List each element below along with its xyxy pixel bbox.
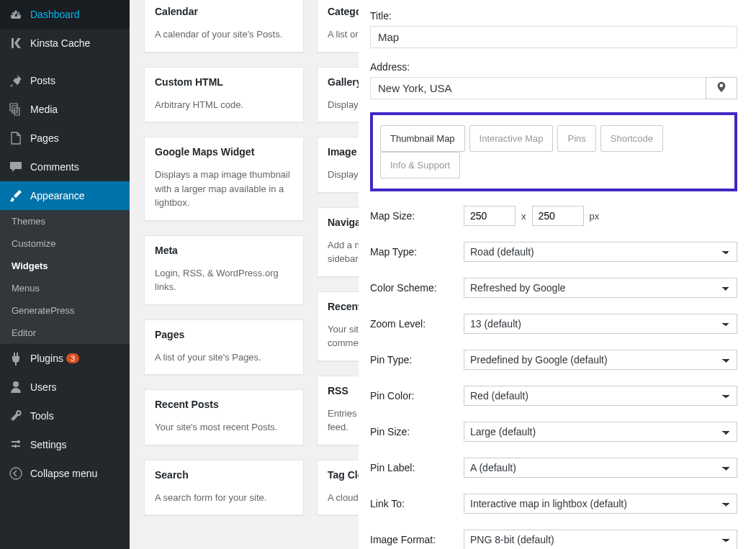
submenu-customize[interactable]: Customize xyxy=(0,232,130,255)
media-icon xyxy=(9,102,23,117)
dashboard-icon xyxy=(9,7,23,22)
sidebar-item-label: Kinsta Cache xyxy=(30,37,90,49)
wrench-icon xyxy=(9,409,23,423)
map-width-input[interactable] xyxy=(464,206,516,226)
submenu-editor[interactable]: Editor xyxy=(0,322,130,344)
config-row-label: Color Scheme: xyxy=(370,282,464,294)
config-row-label: Link To: xyxy=(370,498,464,509)
sidebar-item-label: Settings xyxy=(30,439,67,450)
config-select[interactable]: Interactive map in lightbox (default) xyxy=(464,494,737,514)
widget-title: Pages xyxy=(145,320,303,349)
map-height-input[interactable] xyxy=(532,206,584,226)
user-icon xyxy=(9,380,23,394)
sidebar-item-users[interactable]: Users xyxy=(0,373,130,401)
comment-icon xyxy=(9,160,23,174)
config-select[interactable]: Large (default) xyxy=(464,422,737,442)
widget-title: Meta xyxy=(145,236,303,265)
widget-title: Custom HTML xyxy=(145,68,303,96)
config-row-label: Image Format: xyxy=(370,534,464,545)
sidebar-item-appearance[interactable]: Appearance xyxy=(0,181,130,210)
title-input[interactable] xyxy=(370,26,737,48)
config-select[interactable]: Road (default) xyxy=(464,242,737,262)
config-row: Image Format:PNG 8-bit (default) xyxy=(370,530,737,549)
widget-card[interactable]: CalendarA calendar of your site's Posts. xyxy=(144,0,304,53)
map-size-label: Map Size: xyxy=(370,210,464,222)
config-row: Zoom Level:13 (default) xyxy=(370,314,737,334)
page-icon xyxy=(9,131,23,145)
kinsta-icon xyxy=(9,36,23,50)
config-select[interactable]: PNG 8-bit (default) xyxy=(464,530,737,549)
submenu-menus[interactable]: Menus xyxy=(0,277,130,299)
widget-card[interactable]: MetaLogin, RSS, & WordPress.org links. xyxy=(144,235,304,305)
config-row-label: Pin Size: xyxy=(370,426,464,437)
tab-pins[interactable]: Pins xyxy=(557,125,595,152)
admin-sidebar: Dashboard Kinsta Cache Posts Media Pages… xyxy=(0,0,130,549)
submenu-generatepress[interactable]: GeneratePress xyxy=(0,299,130,322)
appearance-submenu: Themes Customize Widgets Menus GenerateP… xyxy=(0,210,130,344)
submenu-themes[interactable]: Themes xyxy=(0,210,130,232)
pin-icon xyxy=(9,73,23,88)
map-pin-icon xyxy=(715,81,728,96)
widget-card[interactable]: Recent PostsYour site's most recent Post… xyxy=(144,389,304,445)
sidebar-item-label: Posts xyxy=(30,75,55,86)
sidebar-item-media[interactable]: Media xyxy=(0,95,130,124)
settings-icon xyxy=(9,437,23,452)
tab-shortcode[interactable]: Shortcode xyxy=(600,125,663,152)
widget-desc: Login, RSS, & WordPress.org links. xyxy=(145,265,303,304)
widget-desc: Arbitrary HTML code. xyxy=(145,96,303,122)
plugin-update-badge: 3 xyxy=(66,353,79,363)
sidebar-item-posts[interactable]: Posts xyxy=(0,66,130,95)
widget-desc: A search form for your site. xyxy=(145,489,303,515)
widget-card[interactable]: SearchA search form for your site. xyxy=(144,460,304,516)
sidebar-item-plugins[interactable]: Plugins 3 xyxy=(0,344,130,373)
collapse-icon xyxy=(9,466,23,481)
widget-settings-panel: Title: Address: Thumbnail MapInteractive… xyxy=(359,0,756,549)
plug-icon xyxy=(9,351,23,366)
sidebar-item-label: Pages xyxy=(30,132,59,144)
widget-title: Recent Posts xyxy=(145,390,303,419)
config-row: Color Scheme:Refreshed by Google xyxy=(370,278,737,298)
widget-desc: A calendar of your site's Posts. xyxy=(145,26,303,52)
size-unit: px xyxy=(590,211,600,222)
sidebar-item-tools[interactable]: Tools xyxy=(0,401,130,430)
config-row: Link To:Interactive map in lightbox (def… xyxy=(370,494,737,514)
brush-icon xyxy=(9,189,23,203)
config-row-label: Map Type: xyxy=(370,246,464,258)
tab-interactive-map[interactable]: Interactive Map xyxy=(469,125,554,152)
sidebar-item-pages[interactable]: Pages xyxy=(0,124,130,153)
tab-thumbnail-map[interactable]: Thumbnail Map xyxy=(380,125,465,152)
config-select[interactable]: Refreshed by Google xyxy=(464,278,737,298)
tab-info-support[interactable]: Info & Support xyxy=(380,152,460,178)
config-row-label: Pin Label: xyxy=(370,462,464,473)
address-input[interactable] xyxy=(370,77,706,99)
sidebar-item-label: Media xyxy=(30,104,58,115)
config-row: Pin Label:A (default) xyxy=(370,458,737,478)
config-select[interactable]: A (default) xyxy=(464,458,737,478)
config-select[interactable]: Red (default) xyxy=(464,386,737,406)
widget-col-left: CalendarA calendar of your site's Posts.… xyxy=(144,0,304,515)
widget-card[interactable]: Custom HTMLArbitrary HTML code. xyxy=(144,67,304,123)
sidebar-item-label: Appearance xyxy=(30,190,85,201)
sidebar-item-dashboard[interactable]: Dashboard xyxy=(0,0,130,29)
submenu-widgets[interactable]: Widgets xyxy=(0,255,130,277)
locate-button[interactable] xyxy=(706,77,737,99)
sidebar-item-settings[interactable]: Settings xyxy=(0,430,130,459)
widget-title: Calendar xyxy=(145,0,303,26)
widget-card[interactable]: PagesA list of your site's Pages. xyxy=(144,319,304,376)
widget-desc: A list of your site's Pages. xyxy=(145,349,303,375)
config-row-label: Pin Type: xyxy=(370,354,464,366)
config-select[interactable]: 13 (default) xyxy=(464,314,737,334)
sidebar-item-comments[interactable]: Comments xyxy=(0,153,130,181)
config-select[interactable]: Predefined by Google (default) xyxy=(464,350,737,370)
tabs-highlight-box: Thumbnail MapInteractive MapPinsShortcod… xyxy=(370,112,737,191)
config-row-label: Zoom Level: xyxy=(370,318,464,330)
sidebar-item-collapse[interactable]: Collapse menu xyxy=(0,459,130,488)
widget-desc: Your site's most recent Posts. xyxy=(145,419,303,445)
widget-title: Search xyxy=(145,460,303,489)
sidebar-item-kinsta[interactable]: Kinsta Cache xyxy=(0,29,130,58)
sidebar-item-label: Comments xyxy=(30,161,79,173)
sidebar-item-label: Tools xyxy=(30,410,54,422)
widget-card[interactable]: Google Maps WidgetDisplays a map image t… xyxy=(144,137,304,221)
config-row: Pin Type:Predefined by Google (default) xyxy=(370,350,737,370)
config-row: Pin Color:Red (default) xyxy=(370,386,737,406)
